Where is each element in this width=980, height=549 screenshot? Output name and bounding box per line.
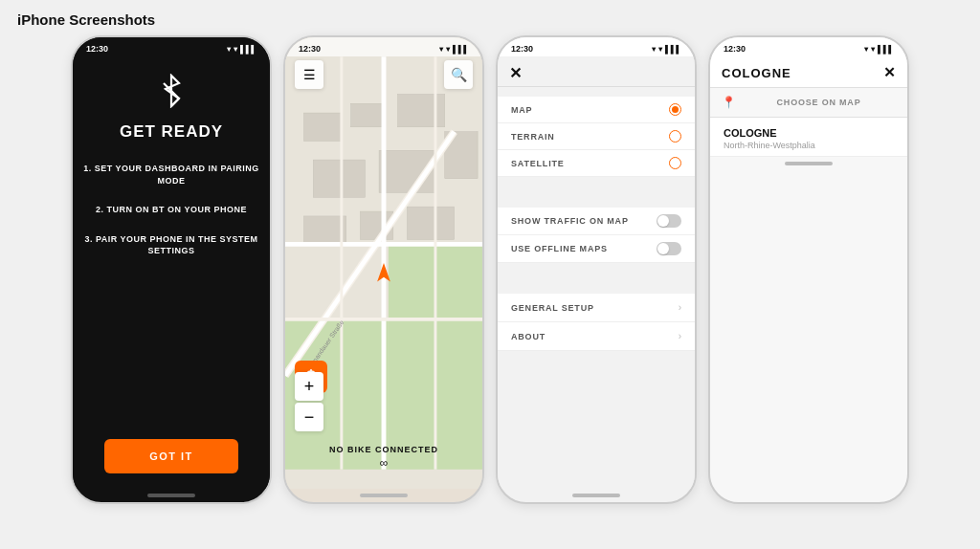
signal-icon-4: ▾ bbox=[864, 45, 868, 54]
phone-4: 12:30 ▾ ▾ ▌▌▌ COLOGNE ✕ 📍 CHOOSE ON MAP … bbox=[708, 35, 909, 504]
wifi-icon: ▾ bbox=[234, 45, 237, 54]
traffic-toggle-item[interactable]: SHOW TRAFFIC ON MAP bbox=[498, 208, 695, 235]
satellite-radio[interactable] bbox=[669, 157, 681, 169]
choose-on-map-button[interactable]: CHOOSE ON MAP bbox=[742, 98, 896, 107]
map-type-section: MAP TERRAIN SATELLITE bbox=[498, 87, 695, 177]
page-title: iPhone Screenshots bbox=[0, 0, 980, 35]
menu-button[interactable]: ☰ bbox=[295, 60, 323, 89]
zoom-out-button[interactable]: − bbox=[295, 403, 323, 431]
status-icons-3: ▾ ▾ ▌▌▌ bbox=[652, 45, 681, 54]
status-icons-4: ▾ ▾ ▌▌▌ bbox=[864, 45, 894, 54]
battery-icon-3: ▌▌▌ bbox=[665, 45, 681, 54]
about-label: ABOUT bbox=[511, 332, 546, 341]
search-button[interactable]: 🔍 bbox=[444, 60, 473, 89]
terrain-radio[interactable] bbox=[669, 130, 681, 143]
offline-toggle-item[interactable]: USE OFFLINE MAPS bbox=[498, 235, 695, 263]
chevron-general: › bbox=[679, 302, 681, 313]
phone-2: Spandauer Straße 12:30 ▾ ▾ ▌▌▌ ☰ 🔍 bbox=[283, 35, 484, 504]
general-label: GENERAL SETUP bbox=[511, 303, 594, 313]
choose-on-map-row[interactable]: 📍 CHOOSE ON MAP bbox=[710, 88, 907, 118]
general-setup-item[interactable]: GENERAL SETUP › bbox=[498, 294, 695, 322]
settings-close-button[interactable]: ✕ bbox=[509, 64, 522, 82]
battery-icon-2: ▌▌▌ bbox=[453, 45, 469, 54]
offline-toggle[interactable] bbox=[657, 242, 681, 255]
bluetooth-icon bbox=[158, 74, 185, 115]
map-radio[interactable] bbox=[669, 103, 681, 116]
status-icons-1: ▾ ▾ ▌▌▌ bbox=[227, 45, 256, 54]
phone1-content: GET READY 1. SET YOUR DASHBOARD IN PAIRI… bbox=[73, 56, 270, 489]
satellite-option-item[interactable]: SATELLITE bbox=[498, 150, 695, 177]
traffic-label: SHOW TRAFFIC ON MAP bbox=[511, 216, 629, 226]
map-label: MAP bbox=[511, 105, 532, 115]
home-bar-4 bbox=[710, 157, 907, 170]
svg-rect-9 bbox=[304, 216, 346, 244]
map-toolbar: ☰ 🔍 bbox=[285, 56, 482, 93]
status-icons-2: ▾ ▾ ▌▌▌ bbox=[439, 45, 469, 54]
wifi-icon-3: ▾ bbox=[658, 45, 662, 54]
cologne-result-subtitle: North-Rhine-Westphalia bbox=[724, 141, 894, 150]
no-bike-bar: NO BIKE CONNECTED ∞ bbox=[285, 445, 482, 470]
svg-rect-5 bbox=[398, 94, 445, 126]
svg-rect-3 bbox=[304, 113, 342, 141]
pin-icon: 📍 bbox=[722, 96, 736, 109]
section-divider-1 bbox=[498, 177, 695, 198]
status-bar-4: 12:30 ▾ ▾ ▌▌▌ bbox=[710, 37, 907, 56]
settings-header: ✕ bbox=[498, 56, 695, 87]
menu-icon: ☰ bbox=[303, 67, 316, 82]
signal-icon-3: ▾ bbox=[652, 45, 656, 54]
home-indicator-1 bbox=[147, 494, 195, 497]
home-indicator-3 bbox=[572, 494, 620, 497]
infinity-icon: ∞ bbox=[285, 456, 482, 470]
toggle-section: SHOW TRAFFIC ON MAP USE OFFLINE MAPS bbox=[498, 198, 695, 263]
cologne-header: COLOGNE ✕ bbox=[710, 56, 907, 88]
signal-icon-2: ▾ bbox=[439, 45, 443, 54]
map-option-item[interactable]: MAP bbox=[498, 97, 695, 123]
step-1: 1. SET YOUR DASHBOARD IN PAIRING MODE bbox=[82, 163, 260, 187]
status-bar-3: 12:30 ▾ ▾ ▌▌▌ bbox=[498, 37, 695, 56]
home-bar-3 bbox=[498, 489, 695, 502]
time-1: 12:30 bbox=[86, 44, 108, 54]
terrain-label: TERRAIN bbox=[511, 132, 555, 142]
home-bar-2 bbox=[285, 489, 482, 502]
cologne-close-button[interactable]: ✕ bbox=[883, 64, 896, 81]
time-4: 12:30 bbox=[724, 44, 746, 54]
zoom-controls: + − bbox=[295, 372, 323, 431]
traffic-toggle[interactable] bbox=[657, 214, 681, 228]
wifi-icon-4: ▾ bbox=[871, 45, 875, 54]
got-it-button[interactable]: GOT IT bbox=[104, 439, 238, 473]
terrain-option-item[interactable]: TERRAIN bbox=[498, 123, 695, 150]
phone-3: 12:30 ▾ ▾ ▌▌▌ ✕ MAP TERRAIN bbox=[496, 35, 697, 504]
status-bar-1: 12:30 ▾ ▾ ▌▌▌ bbox=[73, 37, 270, 56]
step-3: 3. PAIR YOUR PHONE IN THE SYSTEM SETTING… bbox=[82, 233, 260, 257]
nav-section: GENERAL SETUP › ABOUT › bbox=[498, 284, 695, 351]
signal-icon: ▾ bbox=[227, 45, 231, 54]
cologne-title: COLOGNE bbox=[722, 66, 791, 80]
zoom-in-button[interactable]: + bbox=[295, 372, 323, 401]
cologne-result-item[interactable]: COLOGNE North-Rhine-Westphalia bbox=[710, 118, 907, 157]
home-bar-1 bbox=[73, 489, 270, 502]
svg-rect-4 bbox=[351, 103, 384, 127]
phone-1: 12:30 ▾ ▾ ▌▌▌ GET READY 1. SET YOUR DASH… bbox=[71, 35, 272, 504]
home-indicator-2 bbox=[360, 494, 408, 497]
svg-rect-11 bbox=[408, 207, 455, 239]
cologne-result-name: COLOGNE bbox=[724, 127, 894, 139]
wifi-icon-2: ▾ bbox=[446, 45, 450, 54]
section-divider-2 bbox=[498, 263, 695, 284]
step-2: 2. TURN ON BT ON YOUR PHONE bbox=[96, 204, 247, 216]
map-content: Spandauer Straße 12:30 ▾ ▾ ▌▌▌ ☰ 🔍 bbox=[285, 37, 482, 489]
time-3: 12:30 bbox=[511, 44, 533, 54]
svg-rect-6 bbox=[313, 160, 365, 197]
no-bike-text: NO BIKE CONNECTED bbox=[285, 445, 482, 454]
offline-label: USE OFFLINE MAPS bbox=[511, 244, 608, 253]
battery-icon-4: ▌▌▌ bbox=[878, 45, 894, 54]
home-indicator-4 bbox=[785, 162, 833, 165]
get-ready-title: GET READY bbox=[120, 122, 223, 142]
search-icon: 🔍 bbox=[451, 67, 467, 82]
chevron-about: › bbox=[679, 331, 681, 341]
settings-list: MAP TERRAIN SATELLITE SHOW TRAFFIC ON MA… bbox=[498, 87, 695, 489]
battery-icon: ▌▌▌ bbox=[240, 45, 256, 54]
satellite-label: SATELLITE bbox=[511, 159, 565, 168]
time-2: 12:30 bbox=[299, 44, 321, 54]
status-bar-2: 12:30 ▾ ▾ ▌▌▌ bbox=[285, 37, 482, 56]
about-item[interactable]: ABOUT › bbox=[498, 322, 695, 351]
